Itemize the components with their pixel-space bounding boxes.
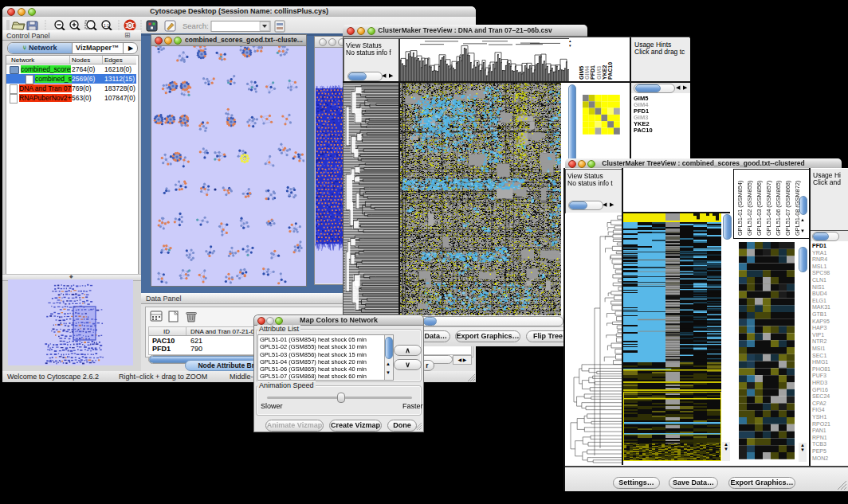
svg-text:Search:: Search: bbox=[183, 21, 209, 30]
svg-text:1:1: 1:1 bbox=[104, 23, 109, 28]
